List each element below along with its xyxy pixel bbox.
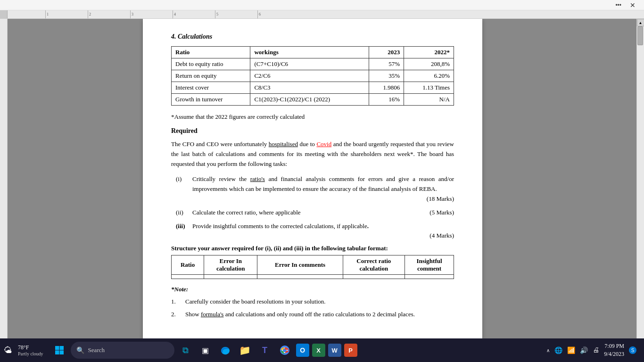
table-cell-y2022: 6.20% bbox=[404, 70, 454, 82]
table-cell-y2023: 35% bbox=[369, 70, 404, 82]
table-cell-y2023: 57% bbox=[369, 58, 404, 70]
answer-cell-insightful bbox=[405, 275, 454, 279]
covid-word: Covid bbox=[316, 140, 331, 148]
table-cell-ratio: Growth in turnover bbox=[172, 94, 250, 106]
main-paragraph: The CFO and CEO were unfortunately hospi… bbox=[171, 140, 454, 169]
taskbar-file-explorer-icon[interactable]: 📁 bbox=[237, 342, 254, 359]
taskbar-outlook-icon[interactable]: O bbox=[296, 344, 309, 357]
taskbar-teams-icon[interactable]: T bbox=[256, 342, 273, 359]
ruler-tick-3: 3 bbox=[130, 10, 133, 18]
table-cell-y2023: 16% bbox=[369, 94, 404, 106]
ruler-tick-1: 1 bbox=[45, 10, 49, 18]
vertical-scrollbar[interactable]: ▲ ▼ bbox=[636, 19, 644, 352]
close-button[interactable]: ✕ bbox=[625, 1, 640, 9]
task-view-button[interactable]: ▣ bbox=[197, 342, 214, 359]
table-cell-workings: C8/C3 bbox=[250, 82, 369, 94]
tray-volume-icon[interactable]: 🔊 bbox=[580, 346, 588, 354]
table-row: Return on equityC2/C635%6.20% bbox=[172, 70, 454, 82]
taskbar-powerpoint-icon[interactable]: P bbox=[344, 344, 357, 357]
content-area: 4. Calculations Ratio workings 2023 2022… bbox=[8, 19, 636, 338]
taskbar-excel-icon[interactable]: X bbox=[312, 344, 325, 357]
hospitalised-word: hospitalised bbox=[269, 140, 298, 148]
clock-date: 9/4/2023 bbox=[604, 350, 624, 358]
col-header-ratio: Ratio bbox=[172, 47, 250, 58]
answer-col-ratio: Ratio bbox=[172, 255, 204, 275]
col-header-workings: workings bbox=[250, 47, 369, 58]
note-num-1: 1. bbox=[171, 297, 185, 307]
widgets-button[interactable]: ⧉ bbox=[177, 342, 194, 359]
table-row: Interest coverC8/C31.98061.13 Times bbox=[172, 82, 454, 94]
taskbar-word-icon[interactable]: W bbox=[328, 344, 341, 357]
marks-ii: (5 Marks) bbox=[429, 208, 454, 218]
ratios-word: ratio's bbox=[250, 175, 265, 182]
system-clock[interactable]: 7:09 PM 9/4/2023 bbox=[604, 342, 624, 358]
answer-col-error-calc: Error Incalculation bbox=[204, 255, 257, 275]
weather-icon: 🌤 bbox=[4, 346, 12, 355]
table-cell-y2023: 1.9806 bbox=[369, 82, 404, 94]
marks-i: (18 Marks) bbox=[427, 194, 454, 204]
search-box[interactable]: 🔍 Search bbox=[71, 342, 174, 359]
col-header-2023: 2023 bbox=[369, 47, 404, 58]
calculations-table: Ratio workings 2023 2022* Debt to equity… bbox=[171, 46, 454, 106]
weather-temp: 78°F bbox=[18, 344, 43, 351]
table-cell-workings: C2/C6 bbox=[250, 70, 369, 82]
table-cell-workings: (C7+C10)/C6 bbox=[250, 58, 369, 70]
tray-chevron[interactable]: ∧ bbox=[546, 348, 550, 353]
ellipsis-button[interactable]: ••• bbox=[611, 2, 625, 8]
note-content-2: Show formula's and calculations and only… bbox=[185, 310, 454, 320]
scroll-track[interactable] bbox=[637, 26, 644, 344]
weather-widget[interactable]: 🌤 bbox=[4, 346, 12, 355]
tray-print-icon[interactable]: 🖨 bbox=[593, 346, 599, 354]
table-row: Growth in turnoverC1(2023)-C1(2022)/C1 (… bbox=[172, 94, 454, 106]
task-content-ii: Calculate the correct ratio, where appli… bbox=[192, 208, 454, 218]
ruler-tick-4: 4 bbox=[173, 10, 176, 18]
marks-iii: (4 Marks) bbox=[429, 231, 454, 241]
svg-rect-3 bbox=[59, 351, 64, 355]
required-heading: Required bbox=[171, 127, 454, 135]
table-cell-y2022: N/A bbox=[404, 94, 454, 106]
task-content-iii: Provide insightful comments to the corre… bbox=[192, 222, 454, 241]
ruler-left-margin bbox=[0, 10, 8, 18]
task-num-iii: (iii) bbox=[176, 222, 192, 241]
answer-table: Ratio Error Incalculation Error In comme… bbox=[171, 255, 454, 279]
note-item-2: 2. Show formula's and calculations and o… bbox=[171, 310, 454, 320]
notification-badge[interactable]: S bbox=[629, 346, 636, 354]
answer-cell-error-calc bbox=[204, 275, 257, 279]
table-cell-y2022: 208,8% bbox=[404, 58, 454, 70]
horizontal-ruler: 1 2 3 4 5 6 bbox=[0, 10, 644, 19]
ruler-tick-5: 5 bbox=[215, 10, 218, 18]
system-tray: ∧ 🌐 📶 🔊 🖨 7:09 PM 9/4/2023 S bbox=[546, 342, 640, 358]
ruler-tick-2: 2 bbox=[88, 10, 91, 18]
scroll-up-arrow[interactable]: ▲ bbox=[637, 19, 644, 26]
formulas-word: formula's bbox=[201, 311, 224, 318]
task-item-ii: (ii) Calculate the correct ratio, where … bbox=[176, 208, 454, 218]
ruler-area: 1 2 3 4 5 6 bbox=[8, 10, 644, 18]
vertical-ruler bbox=[0, 19, 8, 352]
note-heading: *Note: bbox=[171, 286, 454, 293]
answer-cell-correct-ratio bbox=[343, 275, 405, 279]
weather-condition: Partly cloudy bbox=[18, 351, 43, 356]
task-content-i: Critically review the ratio's and financ… bbox=[192, 174, 454, 204]
top-bar: ••• ✕ bbox=[0, 0, 644, 10]
clock-time: 7:09 PM bbox=[604, 342, 624, 350]
task-list: (i) Critically review the ratio's and fi… bbox=[176, 174, 454, 241]
tray-wifi-icon[interactable]: 📶 bbox=[567, 346, 575, 354]
table-cell-workings: C1(2023)-C1(2022)/C1 (2022) bbox=[250, 94, 369, 106]
weather-info[interactable]: 78°F Partly cloudy bbox=[18, 344, 43, 356]
note-num-2: 2. bbox=[171, 310, 185, 320]
taskbar-edge-icon[interactable] bbox=[217, 342, 234, 359]
search-text: Search bbox=[88, 346, 105, 354]
table-cell-ratio: Return on equity bbox=[172, 70, 250, 82]
scroll-thumb[interactable] bbox=[637, 26, 643, 45]
table-cell-ratio: Interest cover bbox=[172, 82, 250, 94]
answer-col-correct-ratio: Correct ratiocalculation bbox=[343, 255, 405, 275]
tray-network-icon[interactable]: 🌐 bbox=[554, 346, 562, 354]
task-item-iii: (iii) Provide insightful comments to the… bbox=[176, 222, 454, 241]
task-num-i: (i) bbox=[176, 174, 192, 204]
col-header-2022: 2022* bbox=[404, 47, 454, 58]
task-item-i: (i) Critically review the ratio's and fi… bbox=[176, 174, 454, 204]
taskbar: 🌤 78°F Partly cloudy 🔍 Search ⧉ ▣ 📁 T bbox=[0, 338, 644, 362]
taskbar-chrome-icon[interactable] bbox=[276, 342, 293, 359]
start-button[interactable] bbox=[51, 342, 68, 359]
svg-rect-0 bbox=[55, 346, 59, 350]
